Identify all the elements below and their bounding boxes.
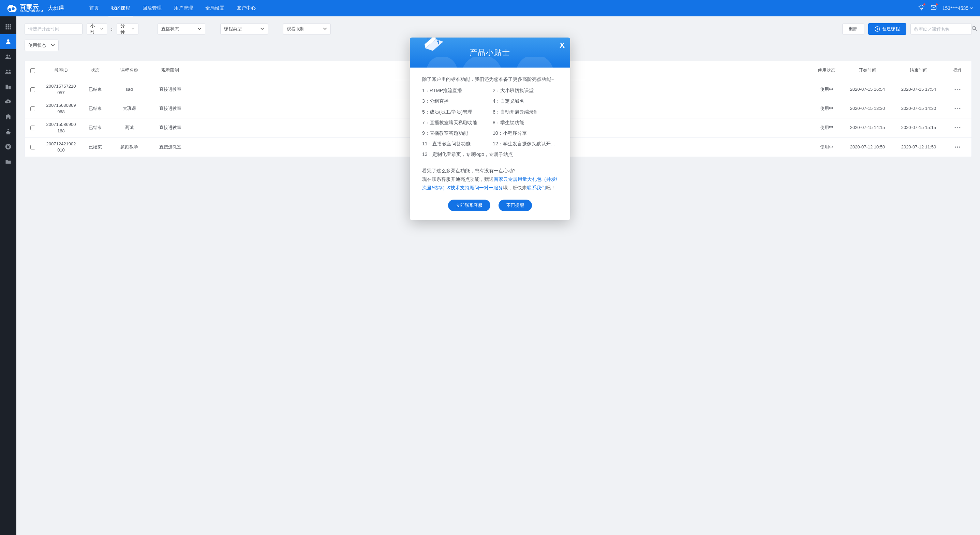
modal-overlay: 产品小贴士 X 除了账户里的标准功能，我们还为您准备了更多高阶亮点功能~ 1：R… [0,0,980,16]
